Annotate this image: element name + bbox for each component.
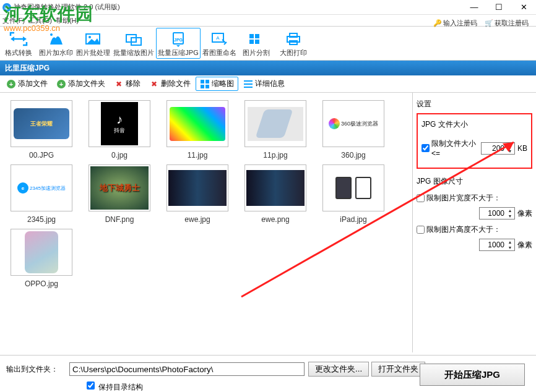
svg-point-0	[50, 33, 53, 36]
limit-filesize-checkbox[interactable]: 限制文件大小 <=	[421, 138, 481, 158]
section-title-bar: 比里压缩JPG	[0, 61, 536, 75]
thumbnail-area: 王者荣耀00.JPG ♪抖音0.jpg 11.jpg 11p.jpg 360极速…	[0, 93, 412, 352]
tab-format-convert[interactable]: 格式转换	[0, 28, 37, 59]
spin-down[interactable]: ▼	[506, 245, 514, 250]
minimize-button[interactable]: —	[462, 0, 486, 15]
svg-rect-21	[244, 83, 253, 85]
delete-icon: ✖	[149, 79, 159, 89]
add-folder-button[interactable]: + 添加文件夹	[53, 77, 109, 90]
plus-icon: +	[57, 80, 66, 88]
key-icon: 🔑	[433, 19, 442, 27]
thumbnail-item[interactable]: 11p.jpg	[239, 100, 312, 160]
svg-text:JPG: JPG	[174, 38, 183, 42]
svg-rect-12	[255, 40, 259, 44]
thumbnail-item[interactable]: 11.jpg	[161, 100, 234, 160]
thumb-image	[168, 170, 227, 206]
add-file-button[interactable]: + 添加文件	[2, 77, 51, 90]
thumbnail-item[interactable]: ♪抖音0.jpg	[83, 100, 156, 160]
svg-rect-16	[201, 80, 204, 83]
tab-batch-compress-jpg[interactable]: JPG 批量压缩JPG	[156, 28, 201, 59]
keep-dir-checkbox[interactable]: 保持目录结构	[87, 381, 143, 392]
menu-file[interactable]: 文件(F)	[2, 16, 25, 25]
limit-width-checkbox[interactable]: 限制图片宽度不大于：	[417, 193, 501, 203]
spin-up[interactable]: ▲	[506, 143, 514, 148]
settings-title: 设置	[417, 99, 532, 109]
view-detail-button[interactable]: 详细信息	[240, 77, 288, 90]
limit-filesize-input[interactable]	[421, 144, 430, 152]
titlebar: ◉ 神奇图像转换处理软件 2.0 (试用版) — ☐ ✕	[0, 0, 536, 15]
thumbnail-item[interactable]: e2345加速浏览器2345.jpg	[5, 164, 78, 224]
grid-icon	[200, 79, 210, 89]
thumb-image: ♪抖音	[101, 102, 138, 145]
spin-up[interactable]: ▲	[506, 208, 514, 213]
thumbnail-item[interactable]: 王者荣耀00.JPG	[5, 100, 78, 160]
cart-icon: 🛒	[485, 19, 493, 27]
thumb-image: e2345加速浏览器	[17, 182, 66, 194]
thumb-image: 360极速浏览器	[329, 118, 378, 129]
bottom-bar: 输出到文件夹： 更改文件夹... 打开文件夹 保持目录结构 开始压缩JPG	[0, 355, 536, 392]
thumbnail-item[interactable]: iPad.jpg	[317, 164, 390, 224]
svg-rect-19	[205, 85, 209, 88]
plus-icon: +	[7, 80, 15, 88]
svg-rect-9	[249, 34, 254, 38]
tab-rename[interactable]: A 看图重命名	[201, 28, 238, 59]
output-label: 输出到文件夹：	[6, 364, 58, 375]
start-compress-button[interactable]: 开始压缩JPG	[420, 364, 525, 386]
imgsize-title: JPG 图像尺寸	[417, 176, 532, 187]
thumbnail-item[interactable]: ewe.png	[239, 164, 312, 224]
thumbnail-item[interactable]: ewe.jpg	[161, 164, 234, 224]
main-toolbar: 格式转换 图片加水印 图片批处理 批量缩放图片 JPG 批量压缩JPG A 看图…	[0, 26, 536, 61]
thumbnail-item[interactable]: 地下城勇士DNF.png	[83, 164, 156, 224]
svg-rect-22	[244, 87, 253, 88]
height-spinner[interactable]: 1000 ▲▼	[479, 239, 515, 251]
filesize-title: JPG 文件大小	[421, 119, 527, 130]
svg-rect-10	[255, 34, 259, 38]
tab-watermark[interactable]: 图片加水印	[37, 28, 74, 59]
maximize-button[interactable]: ☐	[486, 0, 511, 15]
spin-up[interactable]: ▲	[506, 239, 514, 245]
close-button[interactable]: ✕	[511, 0, 536, 15]
svg-rect-11	[249, 40, 254, 44]
tab-print[interactable]: 大图打印	[275, 28, 312, 59]
thumb-image	[248, 107, 303, 141]
spin-down[interactable]: ▼	[506, 148, 514, 154]
remove-icon: ✖	[114, 79, 124, 89]
settings-panel: 设置 JPG 文件大小 限制文件大小 <= 200 ▲▼ KB JPG 图像尺寸…	[412, 93, 536, 352]
filesize-highlight-box: JPG 文件大小 限制文件大小 <= 200 ▲▼ KB	[417, 113, 532, 169]
window-title: 神奇图像转换处理软件 2.0 (试用版)	[14, 2, 120, 12]
limit-height-checkbox[interactable]: 限制图片高度不大于：	[417, 224, 501, 235]
file-toolbar: + 添加文件 + 添加文件夹 ✖ 移除 ✖ 删除文件 缩略图 详细信息	[0, 75, 536, 93]
enter-regcode-link[interactable]: 输入注册码	[443, 19, 477, 28]
keep-dir-input[interactable]	[87, 381, 95, 390]
menu-tool[interactable]: 工具(G)	[28, 16, 52, 25]
list-icon	[243, 79, 253, 89]
remove-button[interactable]: ✖ 移除	[110, 77, 144, 90]
tab-batch-process[interactable]: 图片批处理	[74, 28, 111, 59]
output-path-input[interactable]	[69, 362, 305, 376]
thumb-image: 地下城勇士	[90, 166, 149, 210]
thumbnail-item[interactable]: 360极速浏览器360.jpg	[317, 100, 390, 160]
width-spinner[interactable]: 1000 ▲▼	[479, 207, 515, 219]
svg-rect-20	[244, 80, 253, 82]
limit-width-input[interactable]	[417, 194, 425, 202]
svg-rect-17	[205, 80, 209, 83]
svg-text:A: A	[216, 35, 220, 41]
thumb-image	[170, 107, 225, 141]
limit-height-input[interactable]	[417, 226, 425, 234]
filesize-spinner[interactable]: 200 ▲▼	[481, 142, 515, 155]
menu-help[interactable]: 帮助(H)	[56, 16, 79, 25]
thumbnail-item[interactable]: OPPO.jpg	[5, 229, 78, 288]
get-regcode-link[interactable]: 获取注册码	[495, 19, 529, 28]
register-links: 🔑 输入注册码 🛒 获取注册码	[433, 19, 531, 28]
thumb-image	[246, 170, 305, 206]
svg-rect-18	[201, 85, 204, 88]
thumb-image: 王者荣耀	[14, 108, 69, 139]
tab-batch-resize[interactable]: 批量缩放图片	[111, 28, 156, 59]
thumb-image	[334, 177, 373, 199]
view-thumbnail-button[interactable]: 缩略图	[196, 77, 238, 91]
open-folder-button[interactable]: 打开文件夹	[371, 362, 425, 377]
change-folder-button[interactable]: 更改文件夹...	[308, 362, 369, 377]
delete-file-button[interactable]: ✖ 删除文件	[145, 77, 194, 90]
spin-down[interactable]: ▼	[506, 213, 514, 219]
tab-split[interactable]: 图片分割	[238, 28, 275, 59]
